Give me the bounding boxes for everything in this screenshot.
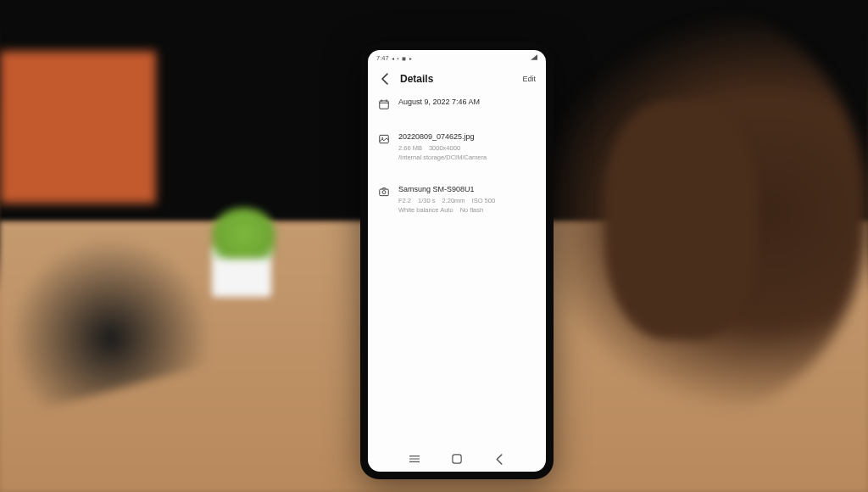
aperture-value: F2.2 (398, 197, 411, 204)
navigation-bar (368, 450, 546, 472)
iso-value: ISO 500 (472, 197, 496, 204)
date-section: August 9, 2022 7:46 AM (378, 98, 536, 110)
camera-meta-line2: White balance AutoNo flash (398, 206, 536, 214)
flash-value: No flash (460, 206, 484, 214)
phone-screen: 7:47 ◂ ▪ ◼ ▸ Details Edit Augu (368, 50, 546, 472)
phone-frame: 7:47 ◂ ▪ ◼ ▸ Details Edit Augu (360, 42, 554, 479)
date-time-text: August 9, 2022 7:46 AM (398, 98, 536, 106)
nav-back-button[interactable] (493, 453, 505, 465)
edit-button[interactable]: Edit (522, 75, 536, 83)
header: Details Edit (368, 64, 546, 98)
filename-text: 20220809_074625.jpg (398, 132, 536, 141)
svg-point-5 (381, 137, 383, 139)
svg-rect-11 (453, 455, 461, 463)
shutter-value: 1/30 s (418, 197, 435, 204)
status-notif-icons: ◂ ▪ ◼ ▸ (392, 55, 413, 61)
camera-meta-line1: F2.21/30 s2.20mmISO 500 (398, 197, 536, 204)
camera-icon (378, 186, 390, 198)
focal-value: 2.20mm (442, 197, 465, 204)
file-meta-line1: 2.66 MB3000x4000 (398, 144, 536, 152)
home-button[interactable] (451, 453, 463, 465)
svg-rect-0 (380, 101, 389, 109)
status-bar: 7:47 ◂ ▪ ◼ ▸ (368, 50, 546, 64)
page-title: Details (400, 73, 522, 85)
back-button[interactable] (378, 72, 392, 86)
file-dimensions: 3000x4000 (429, 144, 460, 152)
calendar-icon (378, 98, 390, 110)
camera-section: Samsung SM-S908U1 F2.21/30 s2.20mmISO 50… (378, 185, 536, 215)
file-size: 2.66 MB (398, 144, 422, 152)
svg-point-7 (382, 191, 386, 194)
file-section: 20220809_074625.jpg 2.66 MB3000x4000 /In… (378, 132, 536, 163)
wb-value: White balance Auto (398, 206, 453, 214)
status-time: 7:47 (376, 54, 389, 62)
recent-apps-button[interactable] (409, 453, 420, 465)
camera-device: Samsung SM-S908U1 (398, 185, 536, 193)
image-icon (378, 133, 390, 145)
status-signal-icon (531, 54, 537, 62)
file-path: /Internal storage/DCIM/Camera (398, 154, 536, 161)
